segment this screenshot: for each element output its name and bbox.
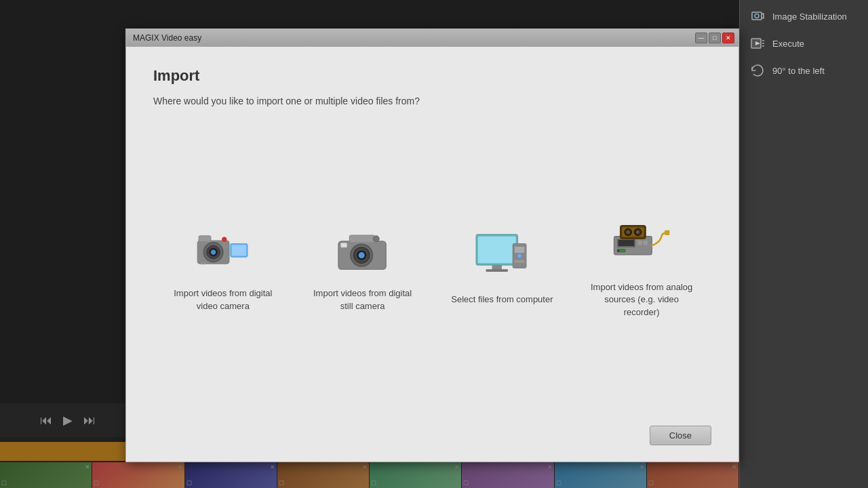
import-option-video-camera-label: Import videos from digital video camera [169, 287, 277, 312]
dialog-titlebar: MAGIX Video easy — □ ✕ [126, 29, 738, 47]
minimize-button[interactable]: — [695, 33, 707, 43]
dialog-body: Import Where would you like to import on… [126, 47, 738, 415]
close-button[interactable]: Close [650, 426, 711, 445]
svg-point-11 [222, 237, 226, 241]
close-window-button[interactable]: ✕ [722, 33, 734, 43]
import-option-video-camera[interactable]: Import videos from digital video camera [155, 209, 291, 325]
execute-icon [748, 34, 767, 53]
svg-point-1 [755, 14, 759, 18]
import-option-still-camera[interactable]: Import videos from digital still camera [295, 209, 431, 325]
svg-rect-29 [515, 260, 524, 263]
svg-rect-32 [618, 240, 634, 246]
svg-point-42 [636, 230, 639, 233]
svg-point-20 [358, 252, 364, 258]
import-option-analog[interactable]: Import videos from analog sources (e.g. … [574, 203, 709, 332]
import-option-still-camera-label: Import videos from digital still camera [309, 287, 417, 312]
svg-rect-33 [638, 241, 642, 245]
image-stabilization-label: Image Stabilization [772, 12, 847, 22]
dialog-footer: Close [126, 415, 738, 462]
svg-rect-27 [515, 247, 524, 253]
svg-point-40 [627, 230, 630, 233]
video-camera-icon [189, 222, 257, 277]
svg-rect-24 [492, 265, 502, 270]
execute-item[interactable]: Execute [748, 34, 860, 53]
svg-rect-25 [486, 269, 508, 272]
import-dialog: MAGIX Video easy — □ ✕ Import Where woul… [125, 28, 739, 462]
svg-rect-23 [478, 237, 516, 264]
svg-rect-21 [340, 243, 347, 247]
svg-point-28 [518, 254, 521, 258]
right-panel: Image Stabilization Execute 90° to the l… [739, 0, 868, 488]
import-option-analog-label: Import videos from analog sources (e.g. … [587, 281, 696, 319]
vcr-icon [608, 216, 675, 270]
still-camera-icon [329, 222, 397, 277]
dialog-heading: Import [153, 67, 711, 85]
rotate-left-icon [748, 61, 767, 80]
svg-rect-8 [199, 236, 211, 242]
svg-point-16 [373, 236, 379, 242]
execute-label: Execute [772, 39, 804, 49]
import-option-computer-label: Select files from computer [451, 293, 553, 306]
import-options: Import videos from digital video camera [153, 134, 711, 401]
svg-rect-36 [620, 249, 626, 251]
svg-rect-10 [231, 245, 246, 256]
svg-rect-15 [349, 235, 375, 243]
dialog-subtext: Where would you like to import one or mu… [153, 96, 711, 106]
dialog-title: MAGIX Video easy [133, 33, 201, 43]
image-stabilization-icon [748, 7, 767, 26]
image-stabilization-item[interactable]: Image Stabilization [748, 7, 860, 26]
rotate-left-label: 90° to the left [772, 66, 825, 76]
svg-rect-0 [752, 12, 762, 20]
computer-icon [468, 228, 536, 283]
svg-point-7 [211, 249, 216, 254]
svg-rect-34 [644, 241, 648, 245]
rotate-left-item[interactable]: 90° to the left [748, 61, 860, 80]
maximize-button[interactable]: □ [709, 33, 721, 43]
svg-rect-43 [665, 230, 669, 235]
titlebar-buttons: — □ ✕ [695, 33, 734, 43]
import-option-computer[interactable]: Select files from computer [434, 215, 570, 319]
